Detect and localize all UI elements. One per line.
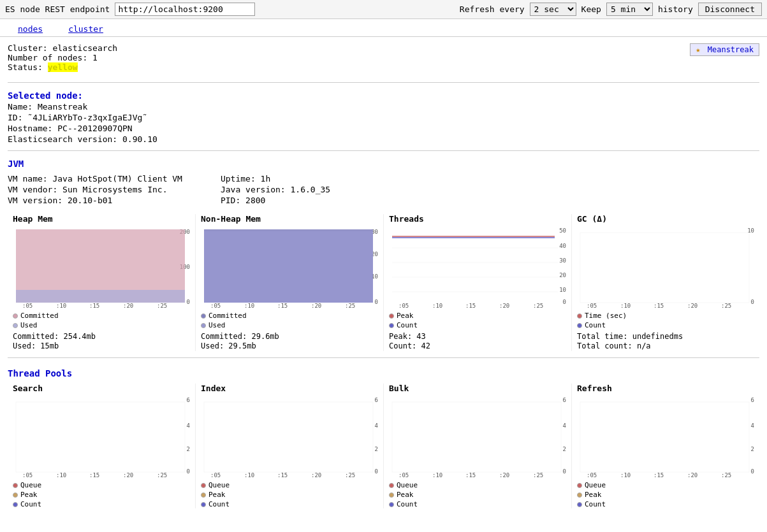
svg-text::25: :25 <box>533 303 543 309</box>
svg-text:0: 0 <box>375 299 378 305</box>
bulk-queue-label: Queue <box>397 481 418 489</box>
svg-text::10: :10 <box>56 303 66 309</box>
svg-text::20: :20 <box>311 303 321 309</box>
svg-text::05: :05 <box>22 303 33 309</box>
vm-name-value: Java HotSpot(TM) Client VM <box>52 174 182 183</box>
non-heap-used-legend: Used <box>201 321 378 329</box>
keep-label: Keep <box>581 4 601 14</box>
thread-pool-charts-row: Search 6 4 2 0 :05 :10 :15 :20 :25 <box>8 384 759 508</box>
svg-text:4: 4 <box>751 422 754 429</box>
endpoint-label: ES node REST endpoint <box>5 4 110 14</box>
cluster-status-label: Status: <box>8 62 43 72</box>
index-queue-label: Queue <box>208 481 230 489</box>
node-badge-star: ★ <box>696 45 700 54</box>
bulk-count-legend: Count <box>389 500 566 508</box>
cluster-status-value: yellow <box>48 62 78 72</box>
node-badge[interactable]: ★ Meanstreak <box>690 43 759 56</box>
svg-text:0: 0 <box>563 468 566 475</box>
heap-mem-stats: Committed: 254.4mb Used: 15mb <box>13 332 190 350</box>
gc-chart-block: GC (Δ) 10 0 :05 :10 :15 :20 :25 <box>572 214 759 351</box>
refresh-select[interactable]: 2 sec 1 sec 5 sec 10 sec <box>530 3 576 16</box>
refresh-pool-svg: 6 4 2 0 :05 :10 :15 :20 :25 <box>577 396 756 478</box>
svg-text:6: 6 <box>375 397 378 403</box>
search-count-label: Count <box>20 500 41 508</box>
non-heap-mem-chart-block: Non-Heap Mem 30 20 10 0 :05 :1 <box>196 214 384 351</box>
refresh-queue-legend: Queue <box>577 481 754 489</box>
vm-version-value: 20.10-b01 <box>68 196 112 205</box>
vm-vendor-value: Sun Microsystems Inc. <box>62 185 167 194</box>
disconnect-button[interactable]: Disconnect <box>698 3 762 16</box>
threads-legend: Peak Count <box>389 312 566 329</box>
refresh-queue-dot <box>577 483 582 488</box>
index-peak-legend: Peak <box>201 491 378 499</box>
non-heap-used-dot <box>201 323 206 328</box>
non-heap-committed-legend: Committed <box>201 312 378 320</box>
svg-rect-50 <box>16 402 185 472</box>
java-version-label: Java version: <box>221 185 286 194</box>
svg-text::05: :05 <box>210 472 221 478</box>
threads-count-legend: Count <box>389 321 566 329</box>
heap-used-dot <box>13 323 18 328</box>
svg-text::10: :10 <box>56 472 66 478</box>
svg-rect-70 <box>392 402 561 472</box>
refresh-count-label: Count <box>585 500 606 508</box>
pid-label: PID: <box>221 196 240 205</box>
cluster-info: Cluster: elasticsearch Number of nodes: … <box>8 43 759 72</box>
node-hostname-label: Hostname: <box>8 124 52 133</box>
bulk-peak-dot <box>389 492 394 498</box>
node-es-version-row: Elasticsearch version: 0.90.10 <box>8 134 759 144</box>
threads-peak-label: Peak <box>397 312 414 320</box>
svg-text::20: :20 <box>123 472 133 478</box>
tab-nodes[interactable]: nodes <box>5 22 55 36</box>
uptime-label: Uptime: <box>221 174 256 183</box>
heap-used-label: Used <box>20 321 38 329</box>
svg-text:6: 6 <box>751 397 754 403</box>
node-name-value: Meanstreak <box>38 102 87 111</box>
index-count-label: Count <box>208 500 230 508</box>
non-heap-mem-chart: 30 20 10 0 :05 :10 :15 :20 :25 <box>201 226 378 309</box>
search-peak-label: Peak <box>20 491 38 499</box>
heap-mem-svg: 200 100 0 :05 :10 :15 :20 :25 <box>13 226 191 309</box>
keep-select[interactable]: 5 min 1 min 10 min 30 min <box>606 3 653 16</box>
svg-text::15: :15 <box>465 303 476 309</box>
refresh-label: Refresh every <box>460 4 525 14</box>
svg-text::25: :25 <box>345 472 355 478</box>
gc-count-legend: Count <box>577 321 754 329</box>
svg-text::25: :25 <box>533 472 543 478</box>
svg-text::10: :10 <box>432 472 442 478</box>
heap-used-stat: Used: 15mb <box>13 341 190 350</box>
index-pool-legend: Queue Peak Count <box>201 481 378 508</box>
svg-text:30: 30 <box>559 257 566 264</box>
jvm-section: JVM VM name: Java HotSpot(TM) Client VM … <box>8 159 759 351</box>
svg-text:4: 4 <box>187 422 190 429</box>
refresh-pool-chart: 6 4 2 0 :05 :10 :15 :20 :25 <box>577 396 754 478</box>
threads-count-stat: Count: 42 <box>389 341 566 350</box>
svg-text:0: 0 <box>563 299 566 305</box>
thread-pools-section: Thread Pools Search 6 4 2 0 :05 :10 :15 … <box>8 368 759 508</box>
threads-peak-dot <box>389 313 394 319</box>
nav-tabs: nodes cluster <box>0 19 767 37</box>
bulk-count-dot <box>389 502 394 507</box>
bulk-pool-legend: Queue Peak Count <box>389 481 566 508</box>
java-version-row: Java version: 1.6.0_35 <box>221 185 330 194</box>
search-count-legend: Count <box>13 500 190 508</box>
bulk-queue-legend: Queue <box>389 481 566 489</box>
selected-node-title: Selected node: <box>8 90 759 101</box>
tab-cluster[interactable]: cluster <box>55 22 116 36</box>
index-count-dot <box>201 502 206 507</box>
jvm-info: VM name: Java HotSpot(TM) Client VM VM v… <box>8 174 759 206</box>
gc-chart: 10 0 :05 :10 :15 :20 :25 <box>577 226 754 309</box>
bulk-count-label: Count <box>397 500 418 508</box>
svg-text::20: :20 <box>499 303 509 309</box>
bulk-pool-svg: 6 4 2 0 :05 :10 :15 :20 :25 <box>389 396 567 478</box>
selected-node-section: Selected node: Name: Meanstreak ID: ˜4JL… <box>8 90 759 144</box>
node-hostname-row: Hostname: PC--20120907QPN <box>8 124 759 133</box>
cluster-nodes-value: 1 <box>92 53 98 62</box>
endpoint-input[interactable] <box>115 3 255 16</box>
svg-text:2: 2 <box>563 446 566 452</box>
svg-rect-15 <box>204 231 373 303</box>
svg-text::20: :20 <box>311 472 321 478</box>
non-heap-used-label: Used <box>208 321 226 329</box>
node-name-row: Name: Meanstreak <box>8 102 759 111</box>
search-queue-label: Queue <box>20 481 41 489</box>
